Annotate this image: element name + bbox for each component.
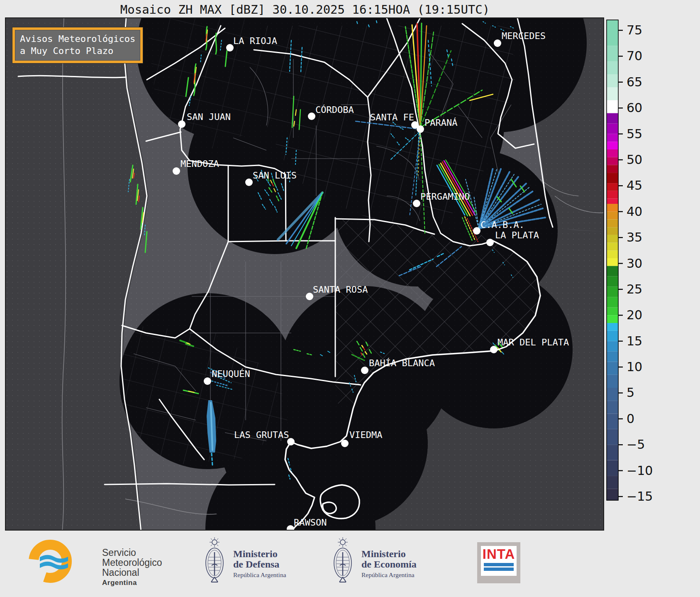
colorbar-segment bbox=[607, 388, 618, 401]
colorbar-tick-label: 55 bbox=[627, 127, 642, 141]
colorbar-segment bbox=[607, 199, 618, 204]
colorbar-segment bbox=[607, 352, 618, 362]
colorbar-segment bbox=[607, 20, 618, 46]
colorbar-tick-label: 60 bbox=[627, 100, 642, 115]
colorbar-segment bbox=[607, 429, 618, 445]
city-label: MAR DEL PLATA bbox=[498, 337, 569, 347]
city-label: MENDOZA bbox=[180, 159, 219, 169]
warnings-line-1: Avisos Meteorológicos bbox=[20, 33, 135, 45]
city-marker bbox=[490, 346, 498, 353]
colorbar-segment bbox=[607, 489, 618, 500]
coat-of-arms-icon bbox=[202, 536, 227, 590]
city-label: MERCEDES bbox=[502, 31, 546, 41]
colorbar: 757065605550454035302520151050−5−10−15 bbox=[604, 17, 700, 531]
colorbar-segment bbox=[607, 445, 618, 460]
city-marker bbox=[226, 44, 234, 51]
city-label: PARANÁ bbox=[424, 117, 457, 128]
colorbar-segment bbox=[607, 134, 618, 142]
footer-logos: Servicio Meteorológico Nacional Argentin… bbox=[0, 531, 700, 597]
colorbar-tick-label: −15 bbox=[627, 489, 653, 504]
colorbar-tick-label: 20 bbox=[627, 308, 642, 322]
colorbar-segment bbox=[607, 341, 618, 352]
colorbar-segment bbox=[607, 315, 618, 323]
city-label: SANTA ROSA bbox=[313, 284, 368, 295]
city-label: CÓRDOBA bbox=[315, 105, 354, 115]
colorbar-tick-label: 75 bbox=[627, 23, 642, 37]
colorbar-segments bbox=[607, 20, 618, 500]
colorbar-tick-label: 50 bbox=[627, 152, 642, 167]
city-label: SANTA FE bbox=[370, 112, 414, 122]
colorbar-segment bbox=[607, 46, 618, 61]
colorbar-segment bbox=[607, 124, 618, 134]
radar-mosaic-map: LA RIOJAMERCEDESSAN JUANCÓRDOBASANTA FEP… bbox=[5, 17, 604, 531]
colorbar-segment bbox=[607, 362, 618, 375]
warnings-overlay-box[interactable]: Avisos Meteorológicos a Muy Corto Plazo bbox=[12, 27, 143, 63]
colorbar-segment bbox=[607, 297, 618, 308]
city-label: NEUQUÉN bbox=[212, 369, 250, 379]
city-marker bbox=[341, 440, 349, 447]
colorbar-segment bbox=[607, 413, 618, 429]
colorbar-segment bbox=[607, 250, 618, 258]
colorbar-segment bbox=[607, 173, 618, 183]
city-marker bbox=[494, 39, 501, 47]
colorbar-ticks: 757065605550454035302520151050−5−10−15 bbox=[618, 23, 653, 504]
colorbar-segment bbox=[607, 287, 618, 297]
colorbar-segment bbox=[607, 100, 618, 113]
smn-icon bbox=[28, 538, 74, 585]
colorbar-tick-label: 45 bbox=[627, 178, 642, 193]
colorbar-segment bbox=[607, 331, 618, 341]
colorbar-tick-label: −5 bbox=[627, 437, 645, 452]
colorbar-segment bbox=[607, 183, 618, 191]
city-label: PERGAMINO bbox=[420, 191, 470, 202]
city-marker bbox=[473, 227, 480, 235]
colorbar-segment bbox=[607, 113, 618, 124]
colorbar-segment bbox=[607, 227, 618, 235]
radar-map-canvas: LA RIOJAMERCEDESSAN JUANCÓRDOBASANTA FEP… bbox=[6, 18, 604, 531]
inta-bar-1 bbox=[484, 563, 514, 566]
colorbar-tick-label: 5 bbox=[627, 385, 634, 400]
colorbar-segment bbox=[607, 165, 618, 173]
smn-logo: Servicio Meteorológico Nacional Argentin… bbox=[28, 538, 178, 592]
city-marker bbox=[361, 367, 368, 374]
colorbar-tick-label: 0 bbox=[627, 411, 634, 426]
colorbar-segment bbox=[607, 142, 618, 149]
ministerio-defensa-logo: Ministerio de Defensa República Argentin… bbox=[202, 536, 326, 594]
colorbar-segment bbox=[607, 235, 618, 243]
ministerio-defensa-wordmark: Ministerio de Defensa República Argentin… bbox=[233, 549, 286, 579]
colorbar-segment bbox=[607, 266, 618, 276]
colorbar-tick-label: 15 bbox=[627, 334, 642, 348]
city-label: BAHÍA BLANCA bbox=[369, 358, 435, 368]
colorbar-segment bbox=[607, 157, 618, 165]
inta-logo: INTA bbox=[477, 542, 520, 583]
city-label: LA RIOJA bbox=[233, 36, 277, 46]
colorbar-tick-label: 10 bbox=[627, 360, 642, 374]
city-marker bbox=[173, 167, 180, 175]
colorbar-tick-label: 25 bbox=[627, 282, 642, 296]
city-marker bbox=[486, 239, 494, 246]
city-marker bbox=[413, 200, 420, 207]
city-marker bbox=[308, 113, 315, 120]
colorbar-segment bbox=[607, 149, 618, 157]
colorbar-segment bbox=[607, 87, 618, 100]
colorbar-segment bbox=[607, 476, 618, 489]
inta-wordmark: INTA bbox=[481, 547, 517, 562]
colorbar-segment bbox=[607, 460, 618, 476]
colorbar-segment bbox=[607, 191, 618, 199]
colorbar-segment bbox=[607, 276, 618, 287]
colorbar-segment bbox=[607, 243, 618, 251]
city-marker bbox=[417, 125, 424, 133]
colorbar-segment bbox=[607, 212, 618, 220]
colorbar-segment bbox=[607, 204, 618, 212]
colorbar-tick-label: 30 bbox=[627, 256, 642, 271]
colorbar-tick-label: −10 bbox=[627, 463, 653, 478]
city-label: LAS GRUTAS bbox=[234, 430, 289, 440]
city-marker bbox=[306, 293, 313, 300]
city-label: LA PLATA bbox=[495, 230, 539, 240]
page-title: Mosaico ZH MAX [dBZ] 30.10.2025 16:15HOA… bbox=[0, 2, 610, 17]
colorbar-tick-label: 40 bbox=[627, 204, 642, 219]
colorbar-tick-label: 70 bbox=[627, 49, 642, 63]
colorbar-segment bbox=[607, 61, 618, 74]
coat-of-arms-icon bbox=[330, 536, 356, 590]
city-marker bbox=[204, 377, 211, 385]
colorbar-segment bbox=[607, 323, 618, 331]
